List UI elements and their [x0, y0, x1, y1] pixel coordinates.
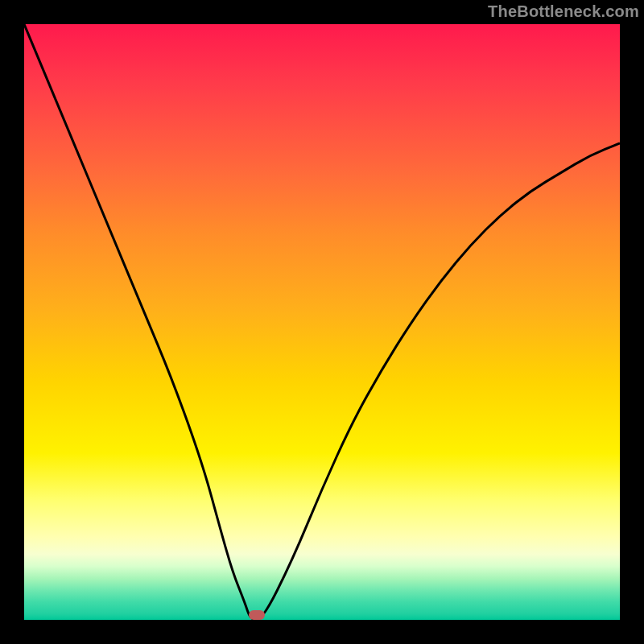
plot-area — [24, 24, 620, 620]
chart-frame: TheBottleneck.com — [0, 0, 644, 644]
watermark-text: TheBottleneck.com — [488, 2, 639, 21]
minimum-marker — [249, 610, 265, 620]
curve-svg — [24, 24, 620, 620]
bottleneck-curve — [24, 24, 620, 620]
